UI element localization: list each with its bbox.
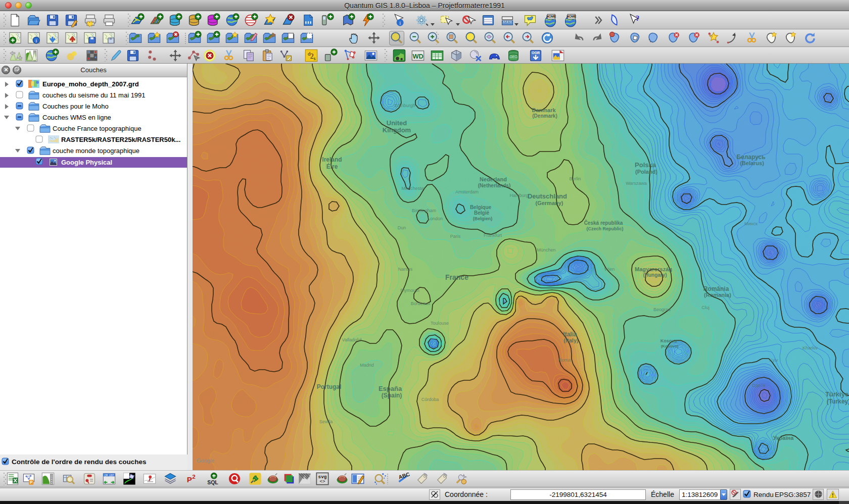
svg-text:HOME: HOME bbox=[567, 15, 577, 18]
svg-text:OGR: OGR bbox=[532, 51, 540, 55]
svg-text:GEO: GEO bbox=[509, 55, 517, 59]
svg-text:2: 2 bbox=[192, 473, 196, 480]
svg-text:<>: <> bbox=[319, 479, 325, 484]
svg-text:Google: Google bbox=[197, 458, 214, 464]
svg-text:2: 2 bbox=[310, 53, 314, 60]
svg-text:SQL: SQL bbox=[207, 479, 218, 485]
svg-text:P: P bbox=[30, 480, 33, 485]
svg-text:WD: WD bbox=[413, 53, 423, 60]
svg-text:?: ? bbox=[636, 14, 640, 22]
svg-text:P: P bbox=[187, 475, 192, 484]
svg-text:HOME: HOME bbox=[546, 15, 556, 18]
svg-text:CM 1ST: CM 1ST bbox=[105, 474, 114, 477]
svg-text:s: s bbox=[314, 56, 316, 61]
svg-text:i: i bbox=[35, 38, 37, 43]
svg-text:i: i bbox=[399, 20, 401, 26]
